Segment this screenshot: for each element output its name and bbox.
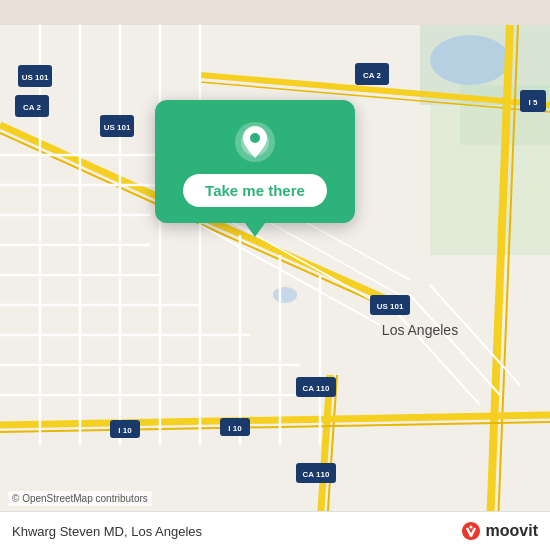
map-attribution: © OpenStreetMap contributors <box>8 491 152 506</box>
take-me-there-button[interactable]: Take me there <box>183 174 327 207</box>
svg-text:US 101: US 101 <box>104 123 131 132</box>
bottom-bar: Khwarg Steven MD, Los Angeles moovit <box>0 511 550 550</box>
svg-text:I 10: I 10 <box>228 424 242 433</box>
svg-point-66 <box>469 526 472 529</box>
moovit-logo: moovit <box>460 520 538 542</box>
svg-text:CA 110: CA 110 <box>303 470 330 479</box>
location-pin-icon <box>233 120 277 164</box>
svg-text:I 10: I 10 <box>118 426 132 435</box>
location-name-text: Khwarg Steven MD, Los Angeles <box>12 524 202 539</box>
svg-point-2 <box>430 35 510 85</box>
svg-rect-4 <box>430 105 550 255</box>
svg-point-5 <box>273 287 297 303</box>
svg-point-65 <box>250 133 260 143</box>
svg-text:US 101: US 101 <box>377 302 404 311</box>
moovit-logo-text: moovit <box>486 522 538 540</box>
attribution-text: © OpenStreetMap contributors <box>12 493 148 504</box>
map-background: US 101 US 101 CA 2 CA 2 I 5 CA 110 CA 11… <box>0 0 550 550</box>
svg-text:CA 2: CA 2 <box>363 71 381 80</box>
map-container: US 101 US 101 CA 2 CA 2 I 5 CA 110 CA 11… <box>0 0 550 550</box>
svg-text:CA 110: CA 110 <box>303 384 330 393</box>
svg-text:Los Angeles: Los Angeles <box>382 322 458 338</box>
svg-text:CA 2: CA 2 <box>23 103 41 112</box>
svg-text:I 5: I 5 <box>529 98 538 107</box>
svg-text:US 101: US 101 <box>22 73 49 82</box>
moovit-logo-icon <box>460 520 482 542</box>
location-popup: Take me there <box>155 100 355 223</box>
